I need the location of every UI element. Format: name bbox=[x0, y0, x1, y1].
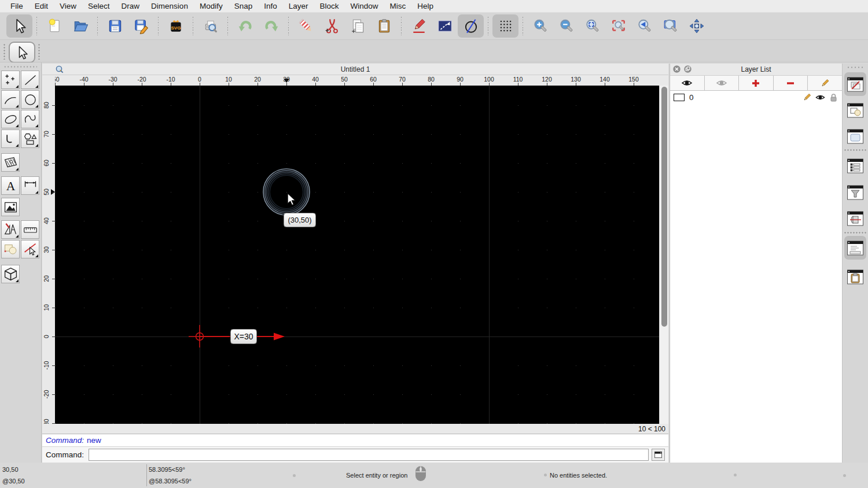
zoom-out-button[interactable] bbox=[553, 14, 579, 38]
redo-icon bbox=[263, 18, 279, 34]
solid-tool-button[interactable] bbox=[1, 265, 20, 283]
save-as-button[interactable] bbox=[128, 14, 154, 38]
close-icon[interactable] bbox=[673, 65, 681, 73]
delete-eraser-button[interactable] bbox=[293, 14, 319, 38]
menu-modify[interactable]: Modify bbox=[194, 2, 229, 10]
open-file-button[interactable] bbox=[67, 14, 93, 38]
toolbar-separator bbox=[523, 17, 523, 35]
line-tool-button[interactable] bbox=[21, 71, 39, 89]
save-button[interactable] bbox=[102, 14, 128, 38]
entity-filter-dock-button[interactable] bbox=[844, 180, 866, 204]
absolute-coordinates: 30,50 bbox=[2, 466, 19, 473]
add-layer-button[interactable] bbox=[739, 76, 774, 90]
command-dock-button[interactable] bbox=[652, 449, 665, 461]
zoom-window-button[interactable] bbox=[657, 14, 683, 38]
menu-dimension[interactable]: Dimension bbox=[145, 2, 194, 10]
selection-arrow-option-button[interactable] bbox=[9, 42, 35, 63]
command-input[interactable] bbox=[89, 449, 649, 461]
cut-button[interactable] bbox=[319, 14, 345, 38]
circle-tool-button[interactable] bbox=[21, 90, 39, 109]
command-line-dock-button[interactable] bbox=[844, 236, 866, 260]
menu-draw[interactable]: Draw bbox=[116, 2, 146, 10]
h-ruler-label: 80 bbox=[428, 76, 435, 83]
menu-view[interactable]: View bbox=[54, 2, 82, 10]
selection-arrow-button[interactable] bbox=[6, 14, 32, 38]
edit-layer-pencil-icon[interactable] bbox=[802, 93, 812, 102]
plotter-dock-button[interactable] bbox=[844, 206, 866, 230]
toolbar-separator bbox=[38, 43, 40, 60]
h-ruler-label: 150 bbox=[628, 76, 639, 83]
menu-info[interactable]: Info bbox=[258, 2, 283, 10]
document-window-icon bbox=[56, 65, 64, 73]
image-tool-button[interactable] bbox=[1, 198, 20, 216]
pen-attributes-button[interactable] bbox=[406, 14, 432, 38]
v-ruler-label: 0 bbox=[42, 325, 50, 348]
h-ruler-label: 60 bbox=[370, 76, 377, 83]
layer-list-dock-icon bbox=[847, 76, 864, 93]
document-title-bar[interactable]: Untitled 1 bbox=[42, 64, 668, 75]
remove-layer-button[interactable] bbox=[774, 76, 808, 90]
redo-button[interactable] bbox=[258, 14, 284, 38]
vertical-scrollbar-thumb[interactable] bbox=[661, 87, 667, 327]
menu-help[interactable]: Help bbox=[411, 2, 439, 10]
menu-layer[interactable]: Layer bbox=[283, 2, 314, 10]
undock-icon[interactable] bbox=[684, 65, 692, 73]
dock-drag-handle[interactable] bbox=[847, 66, 864, 68]
menu-misc[interactable]: Misc bbox=[384, 2, 412, 10]
layer-list-dock-button[interactable] bbox=[844, 72, 866, 96]
copy-button[interactable] bbox=[345, 14, 371, 38]
layer-visible-eye-icon[interactable] bbox=[815, 93, 825, 102]
hatch-tool-button[interactable] bbox=[1, 153, 20, 172]
measure-tool-button[interactable] bbox=[21, 220, 39, 239]
layer-color-swatch[interactable] bbox=[674, 94, 685, 101]
text-tool-button[interactable]: A bbox=[1, 176, 20, 195]
zoom-in-button[interactable] bbox=[527, 14, 553, 38]
ellipse-tool-button[interactable] bbox=[1, 110, 20, 128]
zoom-redraw-button[interactable] bbox=[605, 14, 631, 38]
polyline-tool-button[interactable] bbox=[1, 130, 20, 148]
library-browser-dock-button[interactable] bbox=[844, 124, 866, 148]
circle-line-tool-button[interactable] bbox=[458, 14, 484, 38]
menu-block[interactable]: Block bbox=[314, 2, 345, 10]
arc-tool-button[interactable] bbox=[1, 90, 20, 109]
zoom-previous-icon bbox=[637, 18, 653, 34]
print-preview-button[interactable] bbox=[197, 14, 223, 38]
palette-drag-handle[interactable] bbox=[3, 66, 37, 68]
show-all-layers-button[interactable] bbox=[670, 76, 705, 90]
construction-tool-button[interactable] bbox=[1, 220, 20, 239]
spline-tool-button[interactable] bbox=[21, 110, 39, 128]
toolbar-group bbox=[291, 14, 399, 38]
vertical-scrollbar[interactable] bbox=[659, 86, 668, 424]
toolbar-drag-handle[interactable] bbox=[3, 43, 5, 60]
select-entity-tool-button[interactable] bbox=[21, 240, 39, 258]
paste-icon bbox=[376, 18, 392, 34]
circle-tool-icon bbox=[23, 92, 38, 108]
clipboard-dock-button[interactable] bbox=[844, 265, 866, 289]
drawing-canvas[interactable]: (30,50) X=30 bbox=[55, 86, 659, 424]
polygon-tool-button[interactable] bbox=[21, 130, 39, 148]
line-attributes-button[interactable] bbox=[432, 14, 458, 38]
undo-button[interactable] bbox=[232, 14, 258, 38]
zoom-auto-button[interactable] bbox=[579, 14, 605, 38]
edit-layer-button[interactable] bbox=[808, 76, 842, 90]
zoom-previous-button[interactable] bbox=[631, 14, 657, 38]
hide-all-layers-button[interactable] bbox=[705, 76, 740, 90]
menu-select[interactable]: Select bbox=[82, 2, 116, 10]
modify-tool-button[interactable] bbox=[1, 240, 20, 258]
status-dot bbox=[293, 474, 296, 477]
dimension-tool-button[interactable] bbox=[21, 176, 39, 195]
point-tool-button[interactable] bbox=[1, 71, 20, 89]
paste-button[interactable] bbox=[371, 14, 397, 38]
grid-toggle-button[interactable] bbox=[492, 14, 518, 38]
svg-export-button[interactable]: SVG bbox=[163, 14, 189, 38]
zoom-pan-button[interactable] bbox=[683, 14, 709, 38]
menu-file[interactable]: File bbox=[5, 2, 29, 10]
menu-snap[interactable]: Snap bbox=[229, 2, 259, 10]
layer-lock-icon[interactable] bbox=[829, 93, 838, 102]
entity-list-dock-button[interactable] bbox=[844, 154, 866, 178]
layer-row[interactable]: 0 bbox=[670, 91, 842, 104]
block-list-dock-button[interactable] bbox=[844, 98, 866, 122]
menu-window[interactable]: Window bbox=[345, 2, 384, 10]
new-file-button[interactable] bbox=[41, 14, 67, 38]
menu-edit[interactable]: Edit bbox=[29, 2, 54, 10]
